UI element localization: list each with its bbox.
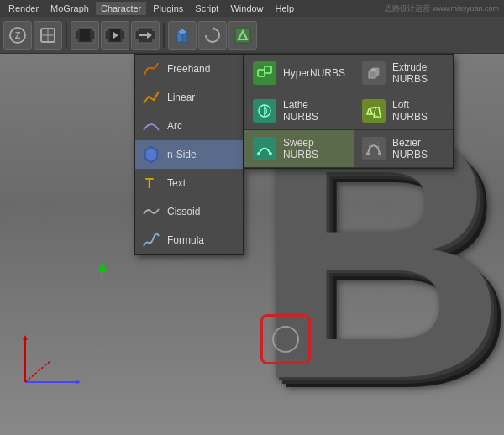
watermark: 思路设计运营 www.missyuan.com (383, 2, 501, 16)
svg-rect-14 (105, 39, 108, 43)
toolbar: Z (0, 17, 504, 54)
svg-text:T: T (145, 176, 154, 191)
menu-mograph[interactable]: MoGraph (45, 2, 94, 15)
menu-help[interactable]: Help (270, 2, 300, 15)
spline-dropdown: Freehand Linear Arc n-Side T (134, 54, 244, 255)
svg-text:Z: Z (15, 30, 21, 40)
svg-point-50 (257, 152, 260, 155)
menu-script[interactable]: Script (190, 2, 223, 15)
menu-formula[interactable]: Formula (135, 226, 243, 254)
menu-plugins[interactable]: Plugins (148, 2, 188, 15)
menu-linear[interactable]: Linear (135, 83, 243, 112)
nside-icon (142, 145, 160, 164)
svg-rect-6 (75, 28, 78, 31)
freehand-icon (142, 60, 160, 78)
svg-rect-8 (75, 39, 78, 43)
circle-inner (272, 326, 299, 353)
nurbs-grid: HyperNURBS Extrude NURBS Lathe NURBS (244, 55, 453, 168)
svg-rect-21 (135, 39, 139, 43)
menu-window[interactable]: Window (225, 2, 268, 15)
menu-arc[interactable]: Arc (135, 112, 243, 140)
svg-rect-38 (258, 70, 265, 76)
menu-text[interactable]: T Text (135, 169, 243, 197)
menu-cissoid[interactable]: Cissoid (135, 197, 243, 226)
svg-rect-7 (92, 28, 95, 31)
menu-render[interactable]: Render (3, 2, 44, 15)
lathe-icon (253, 99, 276, 123)
svg-rect-39 (265, 66, 271, 73)
menu-extrude-nurbs[interactable]: Extrude NURBS (354, 55, 453, 92)
svg-line-48 (369, 107, 375, 109)
svg-rect-22 (152, 39, 155, 43)
menubar: Render MoGraph Character Plugins Script … (0, 0, 504, 17)
svg-rect-15 (122, 39, 125, 43)
svg-rect-41 (369, 71, 375, 78)
svg-marker-36 (145, 147, 157, 162)
svg-rect-19 (135, 28, 139, 31)
loft-icon (362, 99, 386, 123)
svg-marker-46 (367, 109, 372, 114)
axis-green (101, 264, 102, 348)
toolbar-film1-btn[interactable] (71, 21, 99, 50)
menu-sweep-nurbs[interactable]: Sweep NURBS (244, 130, 354, 168)
svg-rect-12 (105, 28, 108, 31)
toolbar-sep2 (163, 23, 165, 48)
cissoid-icon (142, 202, 160, 221)
hypernurbs-icon (253, 61, 276, 85)
axis-widget (17, 332, 84, 390)
toolbar-cube-btn[interactable] (168, 21, 197, 50)
toolbar-sep1 (66, 23, 67, 48)
menu-freehand[interactable]: Freehand (135, 55, 243, 83)
toolbar-move-btn[interactable] (34, 21, 62, 50)
menu-lathe-nurbs[interactable]: Lathe NURBS (244, 92, 354, 130)
svg-rect-20 (152, 28, 155, 31)
toolbar-undo-btn[interactable]: Z (3, 21, 32, 50)
extrude-icon (362, 61, 386, 85)
menu-bezier-nurbs[interactable]: Bezier NURBS (354, 130, 453, 168)
toolbar-spline-btn[interactable] (228, 21, 257, 50)
svg-line-35 (25, 361, 50, 382)
svg-rect-13 (122, 28, 125, 31)
linear-icon (142, 88, 160, 107)
text-icon: T (142, 174, 160, 192)
axis-arrow-green (98, 262, 107, 272)
svg-marker-32 (76, 380, 81, 385)
svg-point-51 (269, 152, 272, 155)
menu-character[interactable]: Character (96, 2, 146, 15)
formula-icon (142, 231, 160, 249)
arc-icon (142, 117, 160, 135)
menu-nside[interactable]: n-Side (135, 140, 243, 169)
svg-rect-9 (92, 39, 95, 43)
circle-indicator[interactable] (260, 314, 311, 364)
toolbar-film3-btn[interactable] (131, 21, 160, 50)
menu-loft-nurbs[interactable]: Loft NURBS (354, 92, 453, 130)
sweep-icon (253, 137, 276, 160)
nurbs-dropdown: HyperNURBS Extrude NURBS Lathe NURBS (244, 54, 454, 169)
svg-marker-28 (213, 26, 215, 31)
svg-marker-34 (23, 335, 28, 340)
menu-hypernurbs[interactable]: HyperNURBS (244, 55, 354, 92)
toolbar-rotate-btn[interactable] (198, 21, 227, 50)
svg-rect-10 (80, 29, 90, 41)
bezier-icon (362, 137, 386, 160)
toolbar-film2-btn[interactable] (101, 21, 129, 50)
